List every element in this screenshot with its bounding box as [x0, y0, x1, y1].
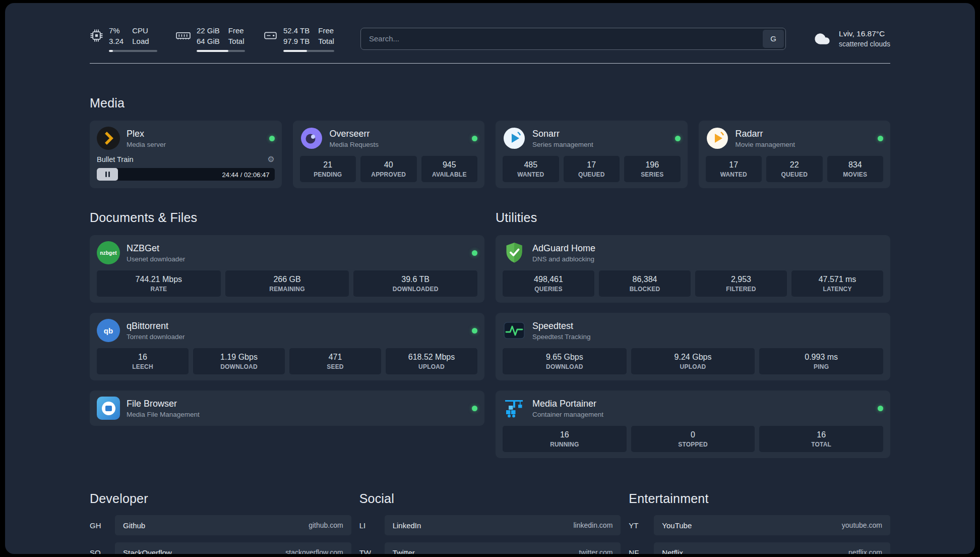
disk-progress-bar: [283, 50, 334, 52]
service-name: Media Portainer: [532, 399, 603, 409]
stat-tile: 22QUEUED: [766, 156, 823, 182]
disk-free-value: 52.4 TB: [283, 25, 310, 36]
service-name: File Browser: [127, 399, 200, 409]
stat-tile: 9.24 GbpsUPLOAD: [631, 348, 755, 374]
section-title-entertainment: Entertainment: [629, 491, 890, 506]
bookmark-row: YT YouTube youtube.com: [629, 515, 890, 535]
disk-free-label: Free: [318, 25, 334, 36]
disk-progress-fill: [283, 50, 307, 52]
stat-tile: 2,953FILTERED: [695, 270, 787, 297]
bookmark-row: LI LinkedIn linkedin.com: [359, 515, 621, 535]
service-card-nzbget[interactable]: nzbget NZBGet Usenet downloader 744.21 M…: [90, 235, 484, 303]
memory-total-label: Total: [228, 36, 244, 46]
stat-tile: 17QUEUED: [564, 156, 620, 182]
service-desc: Torrent downloader: [127, 333, 185, 341]
cpu-icon: [90, 29, 103, 42]
service-card-radarr[interactable]: Radarr Movie management 17WANTED 22QUEUE…: [699, 121, 891, 188]
service-card-plex[interactable]: Plex Media server Bullet Train ⚙ 24:44 /…: [90, 121, 282, 188]
memory-widget: 22 GiB64 GiB FreeTotal: [175, 25, 245, 52]
stat-tile: 945AVAILABLE: [421, 156, 478, 182]
filebrowser-icon: [97, 397, 120, 420]
bookmark-linkedin[interactable]: LinkedIn linkedin.com: [385, 515, 621, 535]
status-dot: [472, 136, 477, 141]
service-card-overseerr[interactable]: Overseerr Media Requests 21PENDING 40APP…: [293, 121, 485, 188]
header-divider: [90, 63, 890, 64]
service-desc: DNS and adblocking: [532, 255, 595, 263]
nzbget-icon: nzbget: [97, 241, 120, 264]
service-name: Sonarr: [532, 129, 593, 139]
status-dot: [472, 328, 477, 333]
bookmark-abbr: SO: [90, 548, 115, 554]
section-title-documents: Documents & Files: [90, 210, 484, 225]
stat-tile: 47.571 msLATENCY: [791, 270, 883, 297]
memory-total-value: 64 GiB: [197, 36, 220, 46]
bookmark-abbr: GH: [90, 521, 115, 530]
memory-icon: [175, 29, 191, 42]
bookmark-youtube[interactable]: YouTube youtube.com: [654, 515, 890, 535]
service-card-speedtest[interactable]: Speedtest Speedtest Tracking 9.65 GbpsDO…: [496, 313, 890, 380]
service-desc: Series management: [532, 141, 593, 148]
cpu-load-value: 3.24: [109, 36, 124, 46]
bookmark-stackoverflow[interactable]: StackOverflow stackoverflow.com: [115, 542, 351, 554]
service-desc: Container management: [532, 411, 603, 418]
section-title-developer: Developer: [90, 491, 351, 506]
bookmark-row: NF Netflix netflix.com: [629, 542, 890, 554]
memory-free-label: Free: [228, 25, 244, 36]
bookmark-abbr: YT: [629, 521, 654, 530]
service-card-sonarr[interactable]: Sonarr Series management 485WANTED 17QUE…: [496, 121, 688, 188]
bookmark-abbr: NF: [629, 548, 654, 554]
plex-icon: [97, 127, 120, 150]
service-name: qBittorrent: [127, 321, 185, 331]
search-engine-button[interactable]: G: [763, 30, 784, 48]
stat-tile: 834MOVIES: [827, 156, 884, 182]
service-desc: Media File Management: [127, 411, 200, 418]
weather-location: Lviv, 16.87°C: [839, 29, 890, 38]
service-name: Radarr: [736, 129, 795, 139]
service-desc: Speedtest Tracking: [532, 333, 591, 341]
status-dot: [878, 136, 883, 141]
stat-tile: 1.19 GbpsDOWNLOAD: [193, 348, 285, 374]
now-playing-title: Bullet Train: [97, 155, 134, 163]
player-progress-bar[interactable]: 24:44 / 02:06:47: [97, 168, 275, 181]
overseerr-icon: [300, 127, 323, 150]
service-desc: Usenet downloader: [127, 255, 185, 263]
sonarr-icon: [503, 127, 526, 150]
bookmark-netflix[interactable]: Netflix netflix.com: [654, 542, 890, 554]
status-dot: [878, 406, 883, 411]
cpu-widget: 7%3.24 CPULoad: [90, 25, 157, 52]
pause-icon[interactable]: [97, 168, 118, 181]
weather-condition: scattered clouds: [839, 40, 890, 48]
stat-tile: 17WANTED: [706, 156, 762, 182]
bookmark-github[interactable]: Github github.com: [115, 515, 351, 535]
status-dot: [472, 406, 477, 411]
status-dot: [269, 136, 275, 141]
stat-tile: 498,461QUERIES: [503, 270, 594, 297]
status-dot: [472, 250, 477, 256]
section-title-social: Social: [359, 491, 621, 506]
stat-tile: 471SEED: [289, 348, 381, 374]
stat-tile: 618.52 MbpsUPLOAD: [386, 348, 477, 374]
cpu-progress-bar: [109, 50, 157, 52]
bookmark-row: TW Twitter twitter.com: [359, 542, 621, 554]
disk-total-label: Total: [318, 36, 334, 46]
speedtest-icon: [503, 319, 526, 342]
search-input[interactable]: [361, 28, 761, 49]
radarr-icon: [706, 127, 729, 150]
service-card-adguard[interactable]: AdGuard Home DNS and adblocking 498,461Q…: [496, 235, 890, 303]
service-desc: Movie management: [736, 141, 795, 148]
service-card-qbittorrent[interactable]: qb qBittorrent Torrent downloader 16LEEC…: [90, 313, 484, 380]
section-title-utilities: Utilities: [496, 210, 890, 225]
service-desc: Media server: [127, 141, 166, 148]
disk-widget: 52.4 TB97.9 TB FreeTotal: [263, 25, 334, 52]
bookmark-row: GH Github github.com: [90, 515, 351, 535]
stat-tile: 86,384BLOCKED: [599, 270, 691, 297]
service-card-portainer[interactable]: Media Portainer Container management 16R…: [496, 391, 890, 458]
settings-icon[interactable]: ⚙: [267, 154, 274, 164]
service-desc: Media Requests: [330, 141, 379, 148]
search-bar: G: [360, 28, 786, 50]
service-card-filebrowser[interactable]: File Browser Media File Management: [90, 391, 484, 426]
top-bar: 7%3.24 CPULoad 22 GiB64 GiB FreeTotal: [90, 25, 890, 52]
disk-total-value: 97.9 TB: [283, 36, 310, 46]
stat-tile: 196SERIES: [624, 156, 681, 182]
bookmark-twitter[interactable]: Twitter twitter.com: [385, 542, 621, 554]
